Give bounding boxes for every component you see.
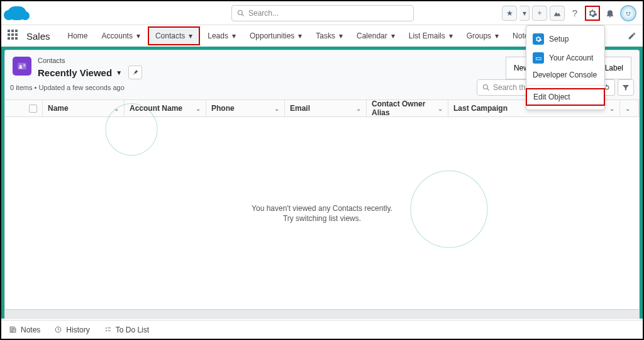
chevron-down-icon: ▾ bbox=[298, 31, 302, 40]
astro-icon bbox=[623, 8, 634, 19]
col-label: Email bbox=[290, 104, 310, 113]
horizontal-scrollbar[interactable] bbox=[5, 309, 639, 318]
list-view-picker[interactable]: Recently Viewed bbox=[38, 67, 112, 78]
pin-list-button[interactable] bbox=[128, 65, 142, 79]
menu-label: Edit Object bbox=[533, 93, 570, 101]
nav-tab-leads[interactable]: Leads▾ bbox=[201, 26, 242, 45]
setup-menu-developer-console[interactable]: Developer Console bbox=[526, 67, 604, 82]
nav-tab-contacts[interactable]: Contacts▾ bbox=[148, 26, 200, 45]
utility-notes[interactable]: Notes bbox=[9, 326, 40, 334]
setup-menu: Setup ▭ Your Account Developer Console E… bbox=[526, 25, 605, 110]
pencil-icon bbox=[628, 31, 636, 40]
col-label: Phone bbox=[211, 104, 235, 113]
tab-label: List Emails bbox=[409, 31, 445, 40]
col-contact-owner-alias[interactable]: Contact Owner Alias⌄ bbox=[367, 100, 448, 116]
edit-nav-button[interactable] bbox=[628, 31, 636, 40]
svg-line-1 bbox=[242, 14, 244, 16]
col-phone[interactable]: Phone⌄ bbox=[206, 100, 285, 116]
global-search-placeholder: Search... bbox=[248, 9, 279, 18]
filter-button[interactable] bbox=[618, 79, 634, 96]
utility-history[interactable]: History bbox=[54, 326, 89, 334]
help-button[interactable]: ? bbox=[567, 6, 582, 21]
svg-point-4 bbox=[629, 12, 630, 13]
menu-label: Your Account bbox=[549, 54, 593, 62]
nav-tab-home[interactable]: Home bbox=[62, 26, 94, 45]
search-icon bbox=[237, 9, 245, 17]
chevron-down-icon[interactable]: ▼ bbox=[116, 69, 122, 76]
favorites-dropdown-button[interactable]: ▾ bbox=[519, 6, 530, 21]
global-search[interactable]: Search... bbox=[231, 5, 414, 21]
trailhead-icon bbox=[553, 9, 562, 18]
tab-label: Opportunities bbox=[250, 31, 294, 40]
global-add-button[interactable]: ＋ bbox=[532, 6, 547, 21]
utility-bar: Notes History To Do List bbox=[1, 320, 643, 339]
select-all-checkbox[interactable] bbox=[29, 105, 37, 113]
chevron-down-icon: ▾ bbox=[495, 31, 499, 40]
chevron-down-icon: ▾ bbox=[449, 31, 453, 40]
chevron-down-icon: ⌄ bbox=[438, 105, 443, 112]
nav-tab-accounts[interactable]: Accounts▾ bbox=[96, 26, 147, 45]
tab-label: Contacts bbox=[155, 31, 185, 40]
tab-label: Calendar bbox=[357, 31, 387, 40]
svg-point-9 bbox=[484, 85, 488, 89]
chevron-down-icon: ⌄ bbox=[274, 105, 279, 112]
utility-label: To Do List bbox=[116, 326, 149, 334]
contact-object-icon bbox=[13, 57, 31, 76]
tab-label: Groups bbox=[467, 31, 491, 40]
menu-label: Developer Console bbox=[533, 71, 597, 79]
list-status-text: 0 items • Updated a few seconds ago bbox=[10, 84, 125, 91]
gear-icon bbox=[533, 33, 544, 45]
table-body-empty: You haven't viewed any Contacts recently… bbox=[5, 117, 639, 309]
nav-tab-tasks[interactable]: Tasks▾ bbox=[309, 26, 349, 45]
account-icon: ▭ bbox=[533, 52, 544, 64]
notifications-button[interactable] bbox=[602, 6, 618, 21]
chevron-down-icon: ⌄ bbox=[356, 105, 361, 112]
col-name[interactable]: Name⌄ bbox=[43, 100, 125, 116]
bell-icon bbox=[605, 8, 615, 18]
svg-line-10 bbox=[487, 89, 489, 91]
nav-tab-opportunities[interactable]: Opportunities▾ bbox=[243, 26, 308, 45]
notes-icon bbox=[9, 326, 17, 334]
chevron-down-icon: ⌄ bbox=[609, 105, 614, 112]
object-label: Contacts bbox=[38, 57, 142, 64]
col-label: Contact Owner Alias bbox=[372, 99, 438, 117]
empty-message-line1: You haven't viewed any Contacts recently… bbox=[252, 204, 392, 213]
favorites-star-button[interactable]: ★ bbox=[502, 6, 517, 21]
setup-gear-button[interactable] bbox=[585, 6, 600, 21]
salesforce-logo bbox=[8, 6, 26, 20]
chevron-down-icon: ⌄ bbox=[114, 105, 119, 112]
utility-todo[interactable]: To Do List bbox=[104, 326, 149, 334]
tab-label: Leads bbox=[208, 31, 228, 40]
tab-label: Home bbox=[68, 31, 88, 40]
app-name: Sales bbox=[26, 31, 50, 42]
chevron-down-icon: ▾ bbox=[136, 31, 140, 40]
col-account-name[interactable]: Account Name⌄ bbox=[125, 100, 206, 116]
empty-message-line2: Try switching list views. bbox=[283, 214, 361, 223]
nav-tab-calendar[interactable]: Calendar▾ bbox=[350, 26, 401, 45]
trailhead-button[interactable] bbox=[550, 6, 565, 21]
chevron-down-icon: ⌄ bbox=[196, 105, 201, 112]
svg-point-0 bbox=[238, 10, 243, 14]
nav-tab-list-emails[interactable]: List Emails▾ bbox=[402, 26, 459, 45]
setup-menu-setup[interactable]: Setup bbox=[526, 30, 604, 48]
col-actions[interactable]: ⌄ bbox=[620, 100, 639, 116]
setup-menu-edit-object[interactable]: Edit Object bbox=[526, 88, 605, 106]
app-launcher-icon[interactable] bbox=[8, 30, 20, 42]
svg-point-6 bbox=[19, 65, 22, 67]
svg-point-3 bbox=[626, 12, 628, 13]
chevron-down-icon: ▾ bbox=[232, 31, 236, 40]
utility-label: Notes bbox=[21, 326, 40, 334]
chevron-down-icon: ▾ bbox=[339, 31, 343, 40]
setup-menu-your-account[interactable]: ▭ Your Account bbox=[526, 48, 604, 67]
user-avatar[interactable] bbox=[620, 5, 636, 21]
select-all-cell bbox=[5, 100, 43, 116]
col-email[interactable]: Email⌄ bbox=[285, 100, 367, 116]
chevron-down-icon: ▾ bbox=[189, 31, 192, 40]
search-icon bbox=[482, 84, 490, 91]
global-header: Search... ★ ▾ ＋ ? bbox=[1, 1, 643, 25]
history-icon bbox=[54, 326, 62, 334]
col-label: Name bbox=[48, 104, 69, 113]
gear-icon bbox=[587, 8, 597, 18]
col-label: Last Campaign bbox=[453, 104, 508, 113]
nav-tab-groups[interactable]: Groups▾ bbox=[460, 26, 505, 45]
